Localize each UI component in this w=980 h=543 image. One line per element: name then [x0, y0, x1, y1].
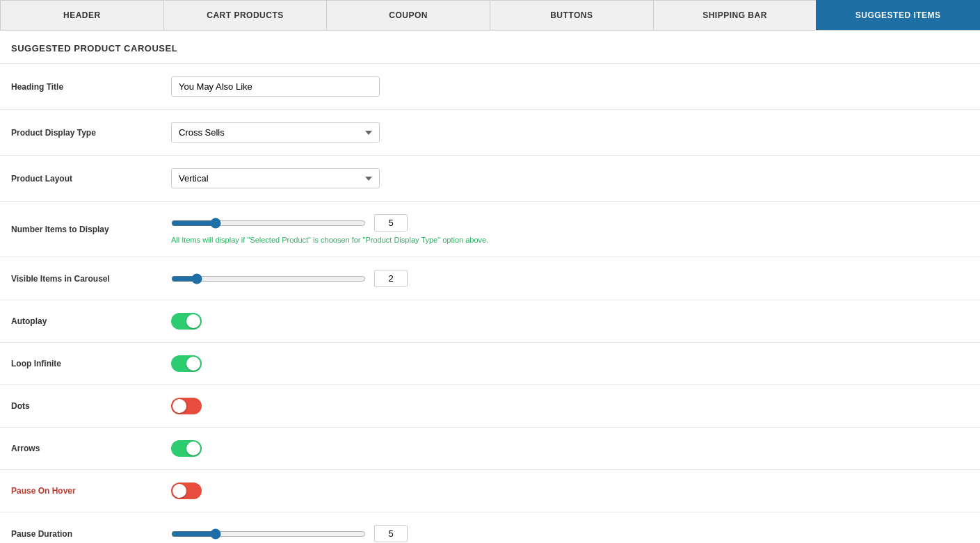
tab-coupon[interactable]: COUPON: [326, 0, 490, 30]
row-product-display-type: Product Display Type Cross Sells Up Sell…: [0, 110, 980, 156]
visible-items-value[interactable]: [374, 270, 408, 287]
pause-on-hover-knob: [172, 484, 186, 498]
tab-header[interactable]: HEADER: [0, 0, 163, 30]
autoplay-toggle[interactable]: [171, 313, 202, 330]
row-arrows: Arrows: [0, 428, 980, 470]
number-items-value[interactable]: [374, 214, 408, 232]
row-pause-duration: Pause Duration: [0, 512, 980, 544]
label-arrows: Arrows: [0, 428, 160, 470]
tab-buttons[interactable]: BUTTONS: [490, 0, 653, 30]
pause-duration-slider[interactable]: [171, 528, 366, 540]
dots-knob: [172, 399, 186, 413]
control-autoplay: [160, 300, 980, 343]
control-product-display-type: Cross Sells Up Sells Selected Products: [160, 110, 980, 156]
tab-shipping-bar[interactable]: SHIPPING BAR: [653, 0, 817, 30]
number-items-slider-row: [171, 214, 969, 232]
label-visible-items: Visible Items in Carousel: [0, 257, 160, 300]
tab-cart-products[interactable]: CART PRODUCTS: [163, 0, 327, 30]
pause-duration-slider-row: [171, 525, 969, 542]
label-pause-duration: Pause Duration: [0, 512, 160, 544]
autoplay-knob: [186, 314, 200, 328]
product-layout-select[interactable]: Vertical Horizontal: [171, 168, 380, 188]
label-loop-infinite: Loop Infinite: [0, 343, 160, 385]
number-items-hint: All Items will display if "Selected Prod…: [171, 236, 969, 244]
row-autoplay: Autoplay: [0, 300, 980, 343]
control-arrows: [160, 428, 980, 470]
dots-toggle[interactable]: [171, 398, 202, 414]
row-product-layout: Product Layout Vertical Horizontal: [0, 156, 980, 202]
arrows-knob: [186, 441, 200, 455]
control-pause-on-hover: [160, 470, 980, 512]
visible-items-slider[interactable]: [171, 273, 366, 284]
loop-infinite-toggle[interactable]: [171, 355, 202, 372]
form-table: Heading Title Product Display Type Cross…: [0, 63, 980, 543]
row-pause-on-hover: Pause On Hover: [0, 470, 980, 512]
visible-items-slider-row: [171, 270, 969, 287]
main-content: SUGGESTED PRODUCT CAROUSEL Heading Title…: [0, 31, 980, 543]
control-number-items: All Items will display if "Selected Prod…: [160, 202, 980, 257]
tab-bar: HEADER CART PRODUCTS COUPON BUTTONS SHIP…: [0, 0, 980, 31]
label-number-items: Number Items to Display: [0, 202, 160, 257]
control-loop-infinite: [160, 343, 980, 385]
label-dots: Dots: [0, 385, 160, 428]
row-number-items: Number Items to Display All Items will d…: [0, 202, 980, 257]
row-heading-title: Heading Title: [0, 64, 980, 110]
arrows-toggle[interactable]: [171, 440, 202, 457]
label-autoplay: Autoplay: [0, 300, 160, 343]
control-pause-duration: [160, 512, 980, 544]
row-loop-infinite: Loop Infinite: [0, 343, 980, 385]
pause-duration-value[interactable]: [374, 525, 408, 542]
loop-infinite-knob: [186, 357, 200, 371]
label-product-display-type: Product Display Type: [0, 110, 160, 156]
row-visible-items: Visible Items in Carousel: [0, 257, 980, 300]
label-pause-on-hover: Pause On Hover: [0, 470, 160, 512]
heading-title-input[interactable]: [171, 76, 380, 97]
control-product-layout: Vertical Horizontal: [160, 156, 980, 202]
section-title: SUGGESTED PRODUCT CAROUSEL: [0, 31, 980, 63]
control-dots: [160, 385, 980, 428]
label-heading-title: Heading Title: [0, 64, 160, 110]
tab-suggested-items[interactable]: SUGGESTED ITEMS: [816, 0, 980, 30]
control-heading-title: [160, 64, 980, 110]
product-display-type-select[interactable]: Cross Sells Up Sells Selected Products: [171, 122, 380, 143]
control-visible-items: [160, 257, 980, 300]
row-dots: Dots: [0, 385, 980, 428]
pause-on-hover-toggle[interactable]: [171, 483, 202, 499]
label-product-layout: Product Layout: [0, 156, 160, 202]
number-items-slider[interactable]: [171, 218, 366, 229]
